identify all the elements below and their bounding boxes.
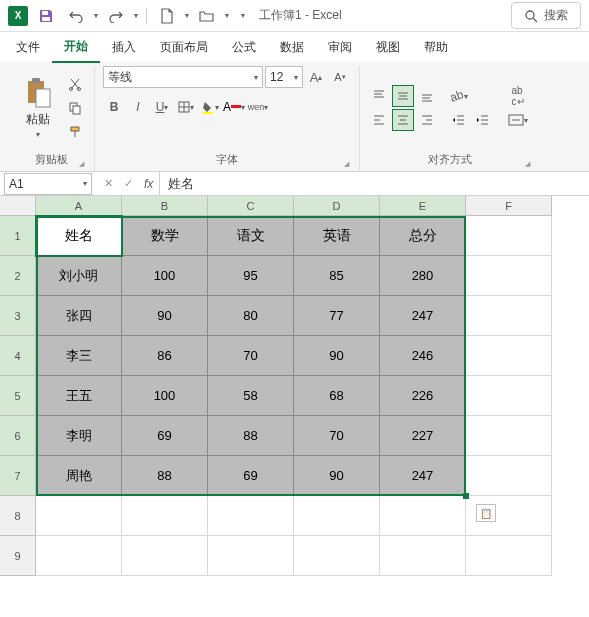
cell-B1[interactable]: 数学 bbox=[122, 216, 208, 256]
col-header-B[interactable]: B bbox=[122, 196, 208, 216]
cell-C6[interactable]: 88 bbox=[208, 416, 294, 456]
align-left-button[interactable] bbox=[368, 109, 390, 131]
decrease-indent-button[interactable] bbox=[448, 109, 470, 131]
cut-button[interactable] bbox=[64, 73, 86, 95]
row-header-5[interactable]: 5 bbox=[0, 376, 36, 416]
qat-customize-icon[interactable]: ▾ bbox=[241, 11, 245, 20]
cell-E7[interactable]: 247 bbox=[380, 456, 466, 496]
redo-dropdown-icon[interactable]: ▾ bbox=[134, 11, 138, 20]
cell-E5[interactable]: 226 bbox=[380, 376, 466, 416]
cell-C9[interactable] bbox=[208, 536, 294, 576]
cell-A8[interactable] bbox=[36, 496, 122, 536]
cell-D2[interactable]: 85 bbox=[294, 256, 380, 296]
cell-B5[interactable]: 100 bbox=[122, 376, 208, 416]
row-header-1[interactable]: 1 bbox=[0, 216, 36, 256]
cell-C7[interactable]: 69 bbox=[208, 456, 294, 496]
cell-D1[interactable]: 英语 bbox=[294, 216, 380, 256]
cell-F4[interactable] bbox=[466, 336, 552, 376]
cell-F7[interactable] bbox=[466, 456, 552, 496]
cell-B8[interactable] bbox=[122, 496, 208, 536]
cell-D5[interactable]: 68 bbox=[294, 376, 380, 416]
row-header-8[interactable]: 8 bbox=[0, 496, 36, 536]
row-header-2[interactable]: 2 bbox=[0, 256, 36, 296]
italic-button[interactable]: I bbox=[127, 96, 149, 118]
save-button[interactable] bbox=[34, 4, 58, 28]
cell-E9[interactable] bbox=[380, 536, 466, 576]
cell-E8[interactable] bbox=[380, 496, 466, 536]
redo-button[interactable] bbox=[104, 4, 128, 28]
font-name-select[interactable]: 等线▾ bbox=[103, 66, 263, 88]
align-top-button[interactable] bbox=[368, 85, 390, 107]
tab-数据[interactable]: 数据 bbox=[268, 33, 316, 62]
align-middle-button[interactable] bbox=[392, 85, 414, 107]
cell-A9[interactable] bbox=[36, 536, 122, 576]
cell-F9[interactable] bbox=[466, 536, 552, 576]
cell-C3[interactable]: 80 bbox=[208, 296, 294, 336]
enter-formula-button[interactable]: ✓ bbox=[118, 177, 138, 190]
cell-F2[interactable] bbox=[466, 256, 552, 296]
fill-color-button[interactable]: ▾ bbox=[199, 96, 221, 118]
cell-A2[interactable]: 刘小明 bbox=[36, 256, 122, 296]
cell-C2[interactable]: 95 bbox=[208, 256, 294, 296]
wrap-text-button[interactable]: abc↵ bbox=[504, 85, 532, 107]
cell-F1[interactable] bbox=[466, 216, 552, 256]
cell-D8[interactable] bbox=[294, 496, 380, 536]
undo-button[interactable] bbox=[64, 4, 88, 28]
name-box[interactable]: A1▾ bbox=[4, 173, 92, 195]
tab-审阅[interactable]: 审阅 bbox=[316, 33, 364, 62]
border-button[interactable]: ▾ bbox=[175, 96, 197, 118]
tab-插入[interactable]: 插入 bbox=[100, 33, 148, 62]
cell-A3[interactable]: 张四 bbox=[36, 296, 122, 336]
cell-D6[interactable]: 70 bbox=[294, 416, 380, 456]
tab-开始[interactable]: 开始 bbox=[52, 32, 100, 63]
paste-button[interactable]: 粘贴 ▾ bbox=[16, 73, 60, 143]
cell-B6[interactable]: 69 bbox=[122, 416, 208, 456]
cell-F3[interactable] bbox=[466, 296, 552, 336]
align-right-button[interactable] bbox=[416, 109, 438, 131]
cell-A6[interactable]: 李明 bbox=[36, 416, 122, 456]
tab-公式[interactable]: 公式 bbox=[220, 33, 268, 62]
open-button[interactable] bbox=[195, 4, 219, 28]
col-header-A[interactable]: A bbox=[36, 196, 122, 216]
search-box[interactable]: 搜索 bbox=[511, 2, 581, 29]
new-file-button[interactable] bbox=[155, 4, 179, 28]
format-painter-button[interactable] bbox=[64, 121, 86, 143]
undo-dropdown-icon[interactable]: ▾ bbox=[94, 11, 98, 20]
cell-B9[interactable] bbox=[122, 536, 208, 576]
col-header-C[interactable]: C bbox=[208, 196, 294, 216]
open-dropdown-icon[interactable]: ▾ bbox=[225, 11, 229, 20]
cell-A7[interactable]: 周艳 bbox=[36, 456, 122, 496]
col-header-D[interactable]: D bbox=[294, 196, 380, 216]
col-header-F[interactable]: F bbox=[466, 196, 552, 216]
col-header-E[interactable]: E bbox=[380, 196, 466, 216]
row-header-3[interactable]: 3 bbox=[0, 296, 36, 336]
row-header-4[interactable]: 4 bbox=[0, 336, 36, 376]
cancel-formula-button[interactable]: ✕ bbox=[98, 177, 118, 190]
formula-input[interactable]: 姓名 bbox=[160, 175, 589, 193]
cell-F5[interactable] bbox=[466, 376, 552, 416]
orientation-button[interactable]: ab▾ bbox=[448, 85, 470, 107]
align-center-button[interactable] bbox=[392, 109, 414, 131]
phonetic-button[interactable]: wen▾ bbox=[247, 96, 269, 118]
tab-页面布局[interactable]: 页面布局 bbox=[148, 33, 220, 62]
cell-B7[interactable]: 88 bbox=[122, 456, 208, 496]
cell-C8[interactable] bbox=[208, 496, 294, 536]
cell-D4[interactable]: 90 bbox=[294, 336, 380, 376]
cell-A5[interactable]: 王五 bbox=[36, 376, 122, 416]
paste-options-button[interactable]: 📋 bbox=[476, 504, 496, 522]
cell-A4[interactable]: 李三 bbox=[36, 336, 122, 376]
row-header-7[interactable]: 7 bbox=[0, 456, 36, 496]
font-size-select[interactable]: 12▾ bbox=[265, 66, 303, 88]
increase-font-button[interactable]: A▴ bbox=[305, 66, 327, 88]
cell-E3[interactable]: 247 bbox=[380, 296, 466, 336]
row-header-6[interactable]: 6 bbox=[0, 416, 36, 456]
cell-D9[interactable] bbox=[294, 536, 380, 576]
select-all-corner[interactable] bbox=[0, 196, 36, 216]
fx-button[interactable]: fx bbox=[138, 172, 160, 195]
font-color-button[interactable]: A▾ bbox=[223, 96, 245, 118]
cell-D3[interactable]: 77 bbox=[294, 296, 380, 336]
cell-D7[interactable]: 90 bbox=[294, 456, 380, 496]
cell-C1[interactable]: 语文 bbox=[208, 216, 294, 256]
increase-indent-button[interactable] bbox=[472, 109, 494, 131]
cell-B3[interactable]: 90 bbox=[122, 296, 208, 336]
